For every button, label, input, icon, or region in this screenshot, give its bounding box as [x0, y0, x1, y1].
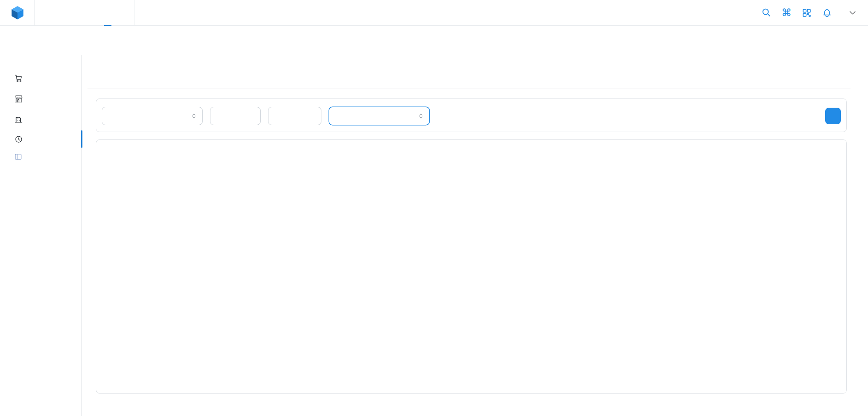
- sidebar: [0, 55, 82, 416]
- start-date-input[interactable]: [216, 112, 256, 120]
- plot-area: [132, 148, 836, 365]
- filter-bar: [96, 98, 847, 132]
- qr-scan-icon[interactable]: [798, 5, 815, 21]
- section-divider: [87, 88, 851, 88]
- chevron-up-down-icon: [417, 112, 425, 120]
- user-menu[interactable]: [844, 8, 857, 17]
- main-panel: [82, 55, 868, 416]
- end-date-field: [268, 107, 321, 125]
- tab-dashboard[interactable]: [37, 0, 53, 25]
- tab-manufacturing[interactable]: [84, 0, 100, 25]
- grouping-period-select[interactable]: [329, 107, 430, 125]
- building-factory-icon: [14, 115, 23, 123]
- start-date-field: [210, 107, 261, 125]
- tab-purchasing[interactable]: [100, 0, 116, 25]
- app-logo-cube-icon: [10, 5, 25, 21]
- export-data-button[interactable]: [825, 108, 841, 124]
- command-palette-icon[interactable]: ⌘: [778, 5, 795, 21]
- sidebar-item-suppliers[interactable]: [0, 88, 82, 109]
- chevron-up-down-icon: [190, 112, 198, 120]
- chevron-down-icon: [848, 8, 857, 17]
- tab-parts[interactable]: [53, 0, 69, 25]
- collapse-sidebar-icon[interactable]: [14, 153, 22, 161]
- order-history-chart: [96, 139, 847, 394]
- building-store-icon: [14, 94, 23, 103]
- shopping-cart-icon: [14, 74, 23, 83]
- sidebar-item-manufacturers[interactable]: [0, 109, 82, 129]
- sidebar-item-order-history[interactable]: [0, 129, 82, 149]
- order-type-select[interactable]: [102, 107, 203, 125]
- top-navbar: ⌘: [0, 0, 868, 26]
- notifications-bell-icon[interactable]: [819, 5, 835, 21]
- main-nav-tabs: [34, 0, 134, 25]
- page-header: [0, 26, 868, 55]
- end-date-input[interactable]: [274, 112, 316, 120]
- tab-sales[interactable]: [116, 0, 131, 25]
- app-logo[interactable]: [9, 5, 26, 21]
- tab-stock[interactable]: [69, 0, 84, 25]
- history-clock-icon: [14, 135, 23, 144]
- search-icon[interactable]: [758, 5, 775, 21]
- sidebar-item-purchase-orders[interactable]: [0, 68, 82, 88]
